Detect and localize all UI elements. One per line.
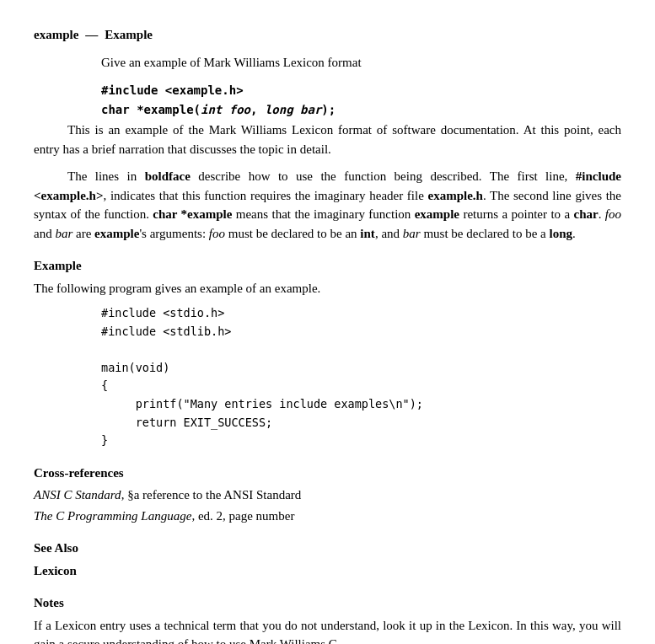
p2-italic3: foo bbox=[209, 227, 225, 240]
crossref-italic-1: ANSI C Standard bbox=[34, 488, 121, 502]
code-include-text: #include <example.h> bbox=[101, 83, 244, 97]
p2-part5: means that the imaginary function bbox=[232, 207, 414, 221]
crossref-line-1: ANSI C Standard, §a reference to the ANS… bbox=[34, 486, 621, 505]
entry-dash: — bbox=[85, 25, 98, 45]
p2-part9: are bbox=[72, 227, 94, 240]
p2-bold4: char *example bbox=[153, 207, 232, 221]
see-also-section: See Also Lexicon bbox=[34, 539, 621, 580]
p2-bold1: boldface bbox=[145, 169, 191, 183]
code-include-line: #include <example.h> bbox=[101, 82, 621, 99]
p2-part11: must be declared to be an bbox=[225, 227, 360, 240]
entry-title: example bbox=[34, 25, 78, 45]
p2-part3: , indicates that this function requires … bbox=[104, 189, 428, 202]
long-keyword: long bbox=[265, 103, 293, 116]
see-also-title: See Also bbox=[34, 539, 621, 558]
crossref-italic-2: The C Programming Language bbox=[34, 509, 191, 523]
p2-part2: describe how to use the function being d… bbox=[191, 169, 576, 183]
p2-italic4: bar bbox=[403, 227, 421, 240]
entry-header: example — Example bbox=[34, 25, 621, 45]
crossref-rest-1: , §a reference to the ANSI Standard bbox=[121, 488, 302, 502]
foo-param: foo bbox=[229, 103, 250, 116]
p2-part8: and bbox=[34, 227, 55, 240]
p2-part6: returns a pointer to a bbox=[459, 207, 573, 221]
example-section-body: The following program gives an example o… bbox=[34, 279, 621, 298]
p2-italic2: bar bbox=[55, 227, 72, 240]
paragraph-1-text: This is an example of the Mark Williams … bbox=[34, 123, 621, 156]
p2-bold7: example bbox=[94, 227, 139, 240]
p2-part10: 's arguments: bbox=[139, 227, 208, 240]
crossref-line-2: The C Programming Language, ed. 2, page … bbox=[34, 507, 621, 526]
notes-body: If a Lexicon entry uses a technical term… bbox=[34, 616, 621, 644]
code-signature-line: char *example(int foo, long bar); bbox=[101, 101, 621, 119]
p2-bold3: example.h bbox=[427, 189, 482, 202]
bar-param: bar bbox=[300, 103, 321, 116]
p2-bold5: example bbox=[415, 207, 459, 221]
code-block: #include <stdio.h> #include <stdlib.h> m… bbox=[101, 304, 621, 450]
p2-part1: The lines in bbox=[67, 169, 145, 183]
entry-subtitle: Example bbox=[105, 25, 153, 45]
entry-description: Give an example of Mark Williams Lexicon… bbox=[101, 53, 621, 72]
p2-part12: , and bbox=[375, 227, 403, 240]
p2-part14: . bbox=[572, 227, 576, 240]
p2-bold8: int bbox=[360, 227, 375, 240]
p2-bold6: char bbox=[574, 207, 599, 221]
crossref-title: Cross-references bbox=[34, 464, 621, 483]
paragraph-1: This is an example of the Mark Williams … bbox=[34, 121, 621, 158]
see-also-body: Lexicon bbox=[34, 561, 621, 581]
notes-section: Notes If a Lexicon entry uses a technica… bbox=[34, 593, 621, 644]
p2-part7: . bbox=[599, 207, 605, 221]
int-keyword: int bbox=[201, 103, 222, 116]
p2-part13: must be declared to be a bbox=[421, 227, 550, 240]
example-section-title: Example bbox=[34, 256, 621, 276]
p2-bold9: long bbox=[550, 227, 573, 240]
paragraph-2: The lines in boldface describe how to us… bbox=[34, 167, 621, 243]
notes-title: Notes bbox=[34, 593, 621, 613]
crossref-rest-2: , ed. 2, page number bbox=[191, 509, 294, 523]
p2-italic1: foo bbox=[605, 207, 621, 221]
